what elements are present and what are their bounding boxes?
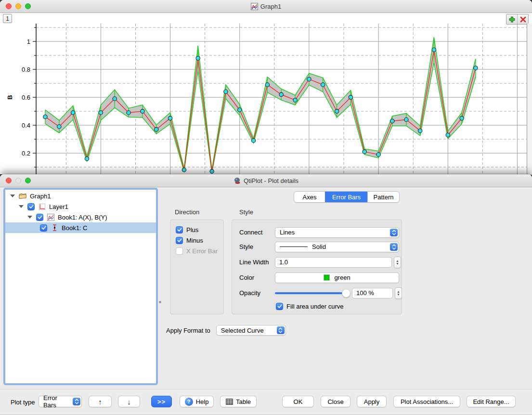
layer-buttons <box>506 14 529 25</box>
move-curve-up-button[interactable]: ↑ <box>89 396 112 407</box>
tree-item-book1-curve[interactable]: Book1: A(X), B(Y) <box>5 212 156 222</box>
minimize-window-button[interactable] <box>15 3 21 9</box>
tree-item-book1-errorbars[interactable]: Book1: C <box>5 222 156 233</box>
error-bar-icon <box>51 224 59 232</box>
qtiplot-logo-icon <box>234 177 241 184</box>
dialog-window-controls <box>6 178 31 183</box>
curve-plot-icon <box>47 213 55 221</box>
minus-label: Minus <box>186 237 203 244</box>
plot-type-select-wrap: Error Bars <box>39 396 82 407</box>
tab-pattern[interactable]: Pattern <box>367 192 399 202</box>
connect-row: Connect Lines <box>239 227 399 238</box>
connect-label: Connect <box>239 229 275 236</box>
dialog-title-text: QtiPlot - Plot details <box>244 177 298 184</box>
errorbars-checkbox[interactable] <box>40 224 47 232</box>
line-style-value: Solid <box>312 243 326 250</box>
opacity-stepper[interactable]: ▲▼ <box>395 287 402 299</box>
tree-item-label: Book1: A(X), B(Y) <box>58 214 107 221</box>
connect-select[interactable]: Lines <box>275 227 399 238</box>
tab-error-bars[interactable]: Error Bars <box>325 192 367 202</box>
expand-triangle-icon[interactable] <box>10 195 15 197</box>
layer-page-tab[interactable]: 1 <box>3 14 12 23</box>
line-width-stepper[interactable]: ▲▼ <box>394 257 401 268</box>
dialog-zoom-button[interactable] <box>25 178 31 183</box>
opacity-label: Opacity <box>239 289 275 297</box>
expand-button[interactable]: >> <box>151 396 172 407</box>
dialog-footer: Plot type Error Bars ↑ ↓ >> ? Help <box>0 389 532 415</box>
tree-item-label: Book1: C <box>62 224 87 232</box>
zoom-window-button[interactable] <box>25 3 31 9</box>
remove-layer-button[interactable] <box>517 14 528 24</box>
plot-associations-button[interactable]: Plot Associations... <box>393 396 460 407</box>
solid-line-sample <box>280 246 308 247</box>
plus-icon <box>509 16 515 23</box>
line-width-input[interactable] <box>275 257 392 268</box>
close-x-icon <box>520 16 526 23</box>
apply-format-row: Apply Format to Selected Curve <box>166 325 286 336</box>
fill-area-checkbox[interactable] <box>276 303 283 310</box>
plot-structure-tree: Graph1 Layer1 <box>5 189 156 384</box>
tab-axes[interactable]: Axes <box>294 192 325 202</box>
splitter-handle[interactable] <box>159 301 161 303</box>
opacity-row: Opacity ▲▼ <box>239 287 402 298</box>
plot-type-select[interactable]: Error Bars <box>39 396 82 407</box>
close-window-button[interactable] <box>6 3 12 9</box>
edit-range-button[interactable]: Edit Range... <box>467 396 516 407</box>
dialog-close-button[interactable] <box>6 178 12 183</box>
dialog-titlebar: QtiPlot - Plot details <box>0 174 532 187</box>
graph-document-icon <box>251 3 258 10</box>
svg-text:1: 1 <box>27 38 30 45</box>
vertical-scrollbar[interactable] <box>527 24 532 175</box>
line-style-select[interactable]: Solid <box>275 242 399 252</box>
ok-button[interactable]: OK <box>282 396 314 407</box>
help-button[interactable]: ? Help <box>180 396 214 407</box>
graph-window: Graph1 1 0.20.40.60.81B <box>0 0 532 174</box>
tree-item-label: Layer1 <box>49 203 68 210</box>
svg-text:0.8: 0.8 <box>22 66 30 73</box>
opacity-input[interactable] <box>352 288 393 298</box>
svg-text:0.2: 0.2 <box>22 150 30 157</box>
combo-arrows-icon <box>390 243 398 251</box>
table-button[interactable]: Table <box>220 396 257 407</box>
slider-track <box>275 292 346 294</box>
detail-tabs: Axes Error Bars Pattern <box>294 191 400 203</box>
layer1-checkbox[interactable] <box>27 203 35 210</box>
expand-triangle-icon[interactable] <box>27 216 32 219</box>
dialog-minimize-button-disabled <box>15 178 21 183</box>
tree-item-layer1[interactable]: Layer1 <box>5 201 156 212</box>
apply-format-label: Apply Format to <box>166 327 210 334</box>
svg-text:B: B <box>6 95 13 100</box>
minus-checkbox-row[interactable]: Minus <box>176 237 223 244</box>
apply-format-select[interactable]: Selected Curve <box>216 325 286 336</box>
x-error-bar-checkbox <box>176 247 183 255</box>
plus-checkbox-row[interactable]: Plus <box>176 226 223 233</box>
opacity-slider[interactable] <box>275 288 348 298</box>
dialog-content: Graph1 Layer1 <box>0 187 532 415</box>
help-icon: ? <box>185 398 193 406</box>
minus-checkbox[interactable] <box>176 237 183 244</box>
slider-knob[interactable] <box>342 289 350 298</box>
window-controls <box>6 3 31 9</box>
color-row: Color green <box>239 272 399 283</box>
move-curve-down-button[interactable]: ↓ <box>118 396 140 407</box>
graph-window-titlebar: Graph1 <box>0 0 532 13</box>
direction-groupbox: Plus Minus X Error Bar <box>170 220 224 314</box>
curve-checkbox[interactable] <box>36 214 43 221</box>
fill-area-row[interactable]: Fill area under curve <box>276 303 344 310</box>
apply-button[interactable]: Apply <box>357 396 387 407</box>
direction-group-label: Direction <box>175 208 199 216</box>
line-width-label: Line Width <box>239 259 275 266</box>
tree-item-graph1[interactable]: Graph1 <box>5 191 156 201</box>
plot-canvas: 0.20.40.60.81B <box>0 24 532 175</box>
close-button[interactable]: Close <box>321 396 350 407</box>
color-picker-button[interactable]: green <box>275 272 399 283</box>
plus-checkbox[interactable] <box>176 226 183 233</box>
add-layer-button[interactable] <box>506 14 517 24</box>
graph-canvas-area: 1 0.20.40.60.81B <box>0 13 532 175</box>
style-group-label: Style <box>239 208 253 216</box>
expand-triangle-icon[interactable] <box>19 205 24 208</box>
dialog-title: QtiPlot - Plot details <box>234 177 298 184</box>
plot-type-value: Error Bars <box>43 394 70 409</box>
connect-value: Lines <box>280 229 295 236</box>
color-value: green <box>334 274 350 281</box>
